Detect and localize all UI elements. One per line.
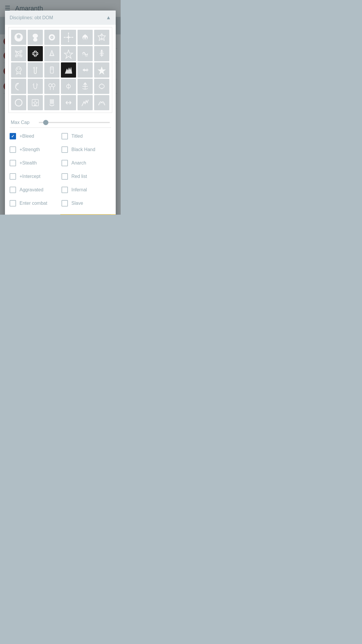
checkbox-section: +Bleed Titled +Strength Black Hand +Stea… [5,128,116,214]
svg-point-18 [52,84,55,87]
discipline-cell[interactable] [61,79,76,94]
svg-rect-16 [50,67,54,70]
infernal-checkbox[interactable] [61,187,68,193]
slave-checkbox[interactable] [61,200,68,206]
discipline-cell[interactable] [11,30,26,45]
checkbox-row-redlist: Red list [61,170,111,183]
discipline-cell[interactable] [11,46,26,61]
disciplines-header[interactable]: Disciplines: obt DOM ▲ [5,10,116,25]
checkbox-row-slave: Slave [61,197,111,209]
discipline-cell[interactable] [94,62,109,78]
bleed-checkbox[interactable] [10,133,16,139]
checkbox-row-strength: +Strength [10,144,59,156]
titled-label: Titled [71,134,83,139]
intercept-checkbox[interactable] [10,173,16,180]
slave-label: Slave [71,201,83,206]
strength-checkbox[interactable] [10,146,16,153]
discipline-cell[interactable] [61,46,76,61]
discipline-cell[interactable] [44,62,59,78]
discipline-cell[interactable] [11,95,26,110]
infernal-label: Infernal [71,187,87,192]
redlist-checkbox[interactable] [61,173,68,180]
svg-point-19 [15,99,22,106]
discipline-cell[interactable] [78,46,93,61]
blackhand-label: Black Hand [71,147,95,152]
clear-button[interactable]: CLEAR [5,214,60,215]
checkbox-row-aggravated: Aggravated [10,184,59,196]
discipline-cell[interactable] [78,30,93,45]
discipline-cell[interactable] [61,95,76,110]
discipline-cell[interactable] [11,62,26,78]
discipline-cell[interactable] [94,46,109,61]
svg-point-11 [101,50,102,51]
intercept-label: +Intercept [20,174,41,179]
discipline-cell[interactable] [28,62,43,78]
discipline-cell[interactable] [78,62,93,78]
strength-label: +Strength [20,147,40,152]
svg-point-2 [51,37,52,38]
discipline-cell-shadow[interactable] [61,62,76,78]
bleed-label: +Bleed [20,134,34,139]
svg-point-17 [49,84,52,87]
discipline-cell[interactable] [78,79,93,94]
discipline-cell[interactable] [44,79,59,94]
discipline-cell[interactable] [44,46,59,61]
done-button[interactable]: DONE [60,214,116,215]
discipline-cell[interactable] [11,79,26,94]
checkbox-row-blackhand: Black Hand [61,144,111,156]
checkbox-row-intercept: +Intercept [10,170,59,183]
discipline-cell-dom[interactable] [28,46,43,61]
checkbox-row-stealth: +Stealth [10,157,59,169]
slider-thumb[interactable] [43,120,48,125]
discipline-cell[interactable] [28,30,43,45]
discipline-cell[interactable] [94,30,109,45]
action-buttons: CLEAR DONE [5,214,116,215]
discipline-cell[interactable] [61,30,76,45]
svg-point-14 [19,69,20,70]
discipline-cell[interactable] [28,79,43,94]
slider-track [39,122,110,123]
checkbox-row-bleed: +Bleed [10,130,59,142]
titled-checkbox[interactable] [61,133,68,139]
redlist-label: Red list [71,174,87,179]
disciplines-label: Disciplines: obt DOM [10,15,53,20]
filter-modal: Disciplines: obt DOM ▲ [5,10,116,215]
discipline-cell[interactable] [78,95,93,110]
svg-point-12 [16,67,21,72]
disciplines-grid [8,27,112,113]
anarch-checkbox[interactable] [61,160,68,166]
entercombat-label: Enter combat [20,201,47,206]
aggravated-label: Aggravated [20,187,43,192]
svg-marker-21 [33,101,37,106]
discipline-cell[interactable] [94,79,109,94]
max-cap-label: Max Cap [11,120,34,125]
anarch-label: Anarch [71,160,86,166]
stealth-label: +Stealth [20,160,37,166]
checkbox-row-entercombat: Enter combat [10,197,59,209]
slider-section: Max Cap [5,115,116,127]
blackhand-checkbox[interactable] [61,146,68,153]
discipline-cell[interactable] [44,30,59,45]
chevron-up-icon: ▲ [106,15,111,21]
checkbox-row-titled: Titled [61,130,111,142]
checkbox-row-anarch: Anarch [61,157,111,169]
entercombat-checkbox[interactable] [10,200,16,206]
checkbox-row-infernal: Infernal [61,184,111,196]
aggravated-checkbox[interactable] [10,187,16,193]
svg-marker-10 [64,50,73,58]
discipline-cell[interactable] [28,95,43,110]
svg-point-13 [17,69,18,70]
discipline-cell[interactable] [44,95,59,110]
discipline-cell[interactable] [94,95,109,110]
stealth-checkbox[interactable] [10,160,16,166]
